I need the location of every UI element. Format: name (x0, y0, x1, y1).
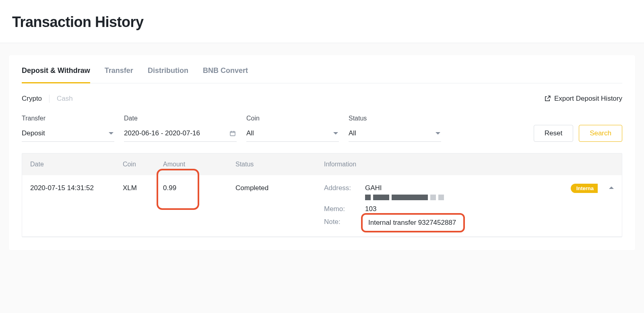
filter-transfer-select[interactable]: Deposit (22, 127, 114, 142)
filter-date-value: 2020-06-16 - 2020-07-16 (124, 129, 200, 137)
cell-coin: XLM (123, 184, 163, 192)
internal-badge: Interna (571, 184, 598, 193)
export-deposit-history-link[interactable]: Export Deposit History (544, 95, 622, 103)
tab-distribution[interactable]: Distribution (148, 66, 188, 83)
subtab-divider (49, 95, 50, 103)
filter-status-label: Status (349, 115, 441, 122)
th-coin: Coin (123, 161, 163, 168)
th-status: Status (235, 161, 324, 168)
collapse-row-icon[interactable] (609, 187, 614, 189)
cell-amount: 0.99 (163, 184, 176, 192)
asset-type-subtabs: Crypto Cash (22, 95, 73, 103)
subtab-crypto[interactable]: Crypto (22, 95, 42, 103)
filter-status-select[interactable]: All (349, 127, 441, 142)
info-address-label: Address: (324, 184, 358, 192)
tab-transfer[interactable]: Transfer (105, 66, 133, 83)
cell-status: Completed (235, 184, 324, 192)
table-header: Date Coin Amount Status Information (22, 153, 622, 175)
page-title: Transaction History (12, 14, 632, 31)
chevron-down-icon (436, 132, 440, 135)
filter-status-value: All (349, 129, 356, 137)
info-memo-value: 103 (365, 205, 376, 213)
search-button[interactable]: Search (579, 125, 622, 142)
filters-row: Transfer Deposit Date 2020-06-16 - 2020-… (22, 115, 622, 142)
filter-coin-select[interactable]: All (246, 127, 339, 142)
reset-button[interactable]: Reset (534, 125, 573, 142)
tab-deposit-withdraw[interactable]: Deposit & Withdraw (22, 66, 90, 83)
info-note-value: Internal transfer 9327452887 (368, 219, 456, 226)
subtab-cash[interactable]: Cash (57, 95, 73, 103)
filter-date-label: Date (124, 115, 237, 122)
info-memo-label: Memo: (324, 205, 358, 213)
cell-date: 2020-07-15 14:31:52 (30, 184, 123, 192)
cell-information: Address: GAHI (324, 184, 561, 228)
main-tabs: Deposit & Withdraw Transfer Distribution… (22, 55, 622, 83)
svg-rect-0 (230, 131, 235, 136)
transactions-table: Date Coin Amount Status Information 2020… (22, 153, 622, 237)
th-amount: Amount (163, 161, 235, 168)
calendar-icon (229, 130, 236, 137)
history-card: Deposit & Withdraw Transfer Distribution… (9, 55, 635, 250)
redacted-address (365, 195, 444, 200)
filter-transfer-label: Transfer (22, 115, 114, 122)
th-information: Information (324, 161, 561, 168)
filter-date-picker[interactable]: 2020-06-16 - 2020-07-16 (124, 127, 237, 142)
chevron-down-icon (109, 132, 114, 135)
export-icon (544, 95, 551, 102)
filter-transfer-value: Deposit (22, 129, 45, 137)
filter-coin-label: Coin (246, 115, 339, 122)
th-date: Date (30, 161, 123, 168)
chevron-down-icon (333, 132, 338, 135)
export-link-label: Export Deposit History (554, 95, 622, 103)
filter-coin-value: All (246, 129, 254, 137)
info-address-value: GAHI (365, 184, 382, 192)
tab-bnb-convert[interactable]: BNB Convert (203, 66, 248, 83)
table-row[interactable]: 2020-07-15 14:31:52 XLM 0.99 Completed A… (22, 175, 622, 237)
info-note-label: Note: (324, 218, 358, 226)
